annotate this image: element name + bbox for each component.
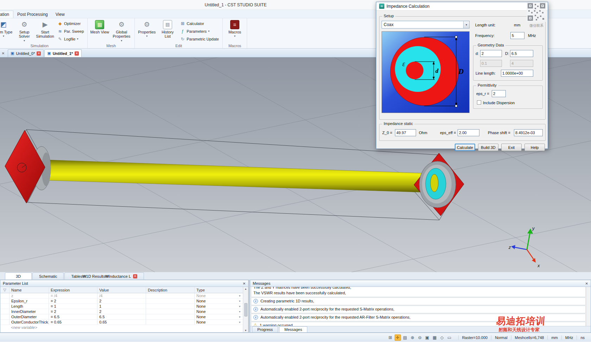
parameter-table-header: ▽ Name Expression Value Description Type (0, 287, 243, 293)
d-input[interactable] (480, 50, 502, 57)
message-item[interactable]: i Creating parametric 1D results, (251, 297, 586, 305)
ribbon-tab-simulation[interactable]: ation (0, 11, 13, 18)
scrollbar[interactable] (586, 287, 591, 326)
document-icon: ▣ (11, 51, 14, 56)
ribbon-group-label: Simulation (0, 44, 87, 48)
table-row[interactable]: Length = 1 1 None▾ (0, 304, 243, 309)
scroll-down-icon[interactable]: ▼ (245, 329, 247, 332)
ribbon-tab-post-processing[interactable]: Post Processing (13, 11, 52, 18)
d-label: d: (476, 51, 479, 56)
history-list-button[interactable]: ▤ History List (158, 19, 177, 40)
frequency-unit-label: MHz (528, 33, 536, 38)
problem-type-button[interactable]: ◩ blem Type ▾ (0, 19, 13, 39)
select-icon[interactable]: ▣ (424, 334, 430, 341)
message-item[interactable]: The Z and Y matrices have been successfu… (251, 287, 586, 297)
table-row[interactable]: OuterDiameter = 6.5 6.5 None▾ (0, 314, 243, 320)
eps-r-input[interactable] (492, 90, 506, 97)
mesh-view-button[interactable]: ▦ Mesh View (90, 19, 109, 35)
mesh-toggle-icon[interactable]: ▦ (432, 334, 438, 341)
tab-close-icon[interactable]: ✕ (133, 274, 137, 278)
new-variable-row[interactable]: <new variable> (0, 325, 243, 330)
dialog-titlebar[interactable]: ≋ Impedance Calculation ✕ (376, 2, 548, 11)
message-item[interactable]: i Automatically enabled 2-port reciproci… (251, 306, 586, 313)
chevron-down-icon: ▾ (146, 35, 147, 38)
tab-progress[interactable]: Progress (252, 326, 278, 332)
frequency-input[interactable] (510, 32, 524, 39)
view-tab-schematic[interactable]: Schematic (32, 272, 64, 280)
close-icon[interactable]: ✕ (1, 50, 6, 56)
chevron-down-icon: ▾ (24, 39, 25, 43)
close-icon[interactable]: ✕ (585, 282, 588, 285)
eps-eff-label: eps_eff = (440, 131, 456, 135)
frequency-label: Frequency: (475, 33, 495, 38)
chevron-down-icon: ▾ (3, 35, 4, 38)
doc-tab-untitled-0[interactable]: ▣ Untitled_0* ✕ (8, 49, 44, 57)
chevron-down-icon: ▾ (239, 310, 241, 313)
optimizer-button[interactable]: ◆ Optimizer (56, 20, 85, 27)
qr-code-watermark: 微信联系 (527, 2, 546, 28)
tab-close-icon[interactable]: ✕ (75, 51, 79, 56)
outer-thickness-input (510, 60, 533, 67)
calculate-button[interactable]: Calculate (455, 144, 475, 151)
setup-solver-icon: ⚙ (20, 20, 29, 29)
calculator-button[interactable]: ⊞ Calculator (178, 20, 220, 27)
par-sweep-button[interactable]: ≋ Par. Sweep (56, 28, 85, 34)
chevron-down-icon: ▾ (239, 305, 241, 308)
unit-length-status: mm (547, 335, 561, 340)
exit-button[interactable]: Exit (501, 144, 522, 151)
view-list-icon[interactable]: ▤ (402, 334, 408, 341)
D-input[interactable] (510, 50, 533, 57)
tab-messages[interactable]: Messages (279, 326, 307, 332)
scrollbar[interactable]: ▲ ▼ (243, 287, 248, 332)
messages-header[interactable]: Messages ✕ (250, 280, 591, 287)
parameters-button[interactable]: ƒ Parameters ▾ (178, 28, 220, 34)
calculator-icon: ⊞ (180, 21, 185, 26)
info-icon: i (253, 307, 258, 312)
setup-solver-button[interactable]: ⚙ Setup Solver ▾ (14, 19, 34, 44)
global-properties-button[interactable]: ⚙ Global Properties ▾ (111, 19, 132, 44)
zoom-out-icon[interactable]: ⊖ (417, 334, 423, 341)
table-row[interactable]: Epsilon_r = 2 2 None▾ (0, 299, 243, 304)
parameter-list-header[interactable]: Parameter List ✕ (0, 280, 248, 287)
parametric-update-button[interactable]: ↻ Parametric Update (178, 36, 220, 42)
include-dispersion-checkbox[interactable] (477, 100, 481, 105)
build-3d-button[interactable]: Build 3D (478, 144, 498, 151)
view-tab-tables[interactable]: Tables₩1D Results₩Inductance L ✕ (64, 272, 144, 280)
line-type-select[interactable]: Coax ▾ (382, 21, 470, 29)
macros-button[interactable]: ≡ Macros ▾ (225, 19, 245, 39)
zoom-in-icon[interactable]: ⊕ (409, 334, 416, 341)
table-row[interactable]: InnerDiameter = 2 2 None▾ (0, 309, 243, 314)
impedance-calculation-dialog: ≋ Impedance Calculation ✕ Setup Coax ▾ (376, 2, 548, 149)
ribbon-group-label: Mesh (88, 44, 134, 48)
snap-icon[interactable]: ◇ (439, 334, 445, 341)
scroll-thumb[interactable] (244, 303, 247, 316)
ribbon-tab-view[interactable]: View (52, 11, 69, 18)
mode-status: Normal (491, 335, 511, 340)
optimizer-icon: ◆ (57, 21, 63, 26)
scroll-up-icon[interactable]: ▲ (245, 288, 247, 290)
doc-tab-untitled-1[interactable]: ▣ Untitled_1* ✕ (44, 49, 82, 57)
start-simulation-button[interactable]: ▶ Start Simulation (35, 19, 55, 40)
ribbon-group-simulation: ◩ blem Type ▾ ⚙ Setup Solver ▾ ▶ Start S… (0, 18, 88, 48)
crosshair-icon[interactable]: ✛ (395, 334, 401, 341)
setup-group: Setup Coax ▾ ε (379, 16, 546, 120)
help-button[interactable]: Help (524, 144, 545, 151)
chevron-down-icon: ▾ (208, 30, 209, 33)
z0-label: Z_0 = (382, 131, 392, 135)
tab-close-icon[interactable]: ✕ (37, 51, 41, 56)
phase-shift-input[interactable] (514, 129, 543, 136)
zoom-window-icon[interactable]: ⊞ (387, 334, 394, 341)
table-row[interactable]: z = /4 /4 None▾ (0, 293, 243, 299)
z0-input[interactable] (395, 129, 416, 136)
line-length-input[interactable] (501, 70, 533, 77)
logfile-button[interactable]: ✎ Logfile ▾ (56, 36, 85, 42)
geometry-data-group: Geometry Data d: D: Line length: (473, 45, 543, 81)
view-tab-3d[interactable]: 3D (5, 272, 32, 280)
close-icon[interactable]: ✕ (243, 282, 246, 285)
table-row[interactable]: OuterConductorThick... = 0.65 0.65 None▾ (0, 320, 243, 325)
bounds-icon[interactable]: ▭ (446, 334, 453, 341)
filter-icon[interactable]: ▽ (0, 287, 10, 293)
eps-eff-input[interactable] (458, 129, 479, 136)
properties-button[interactable]: ⚙ Properties ▾ (137, 19, 157, 39)
D-dimension-label: D (458, 67, 464, 76)
